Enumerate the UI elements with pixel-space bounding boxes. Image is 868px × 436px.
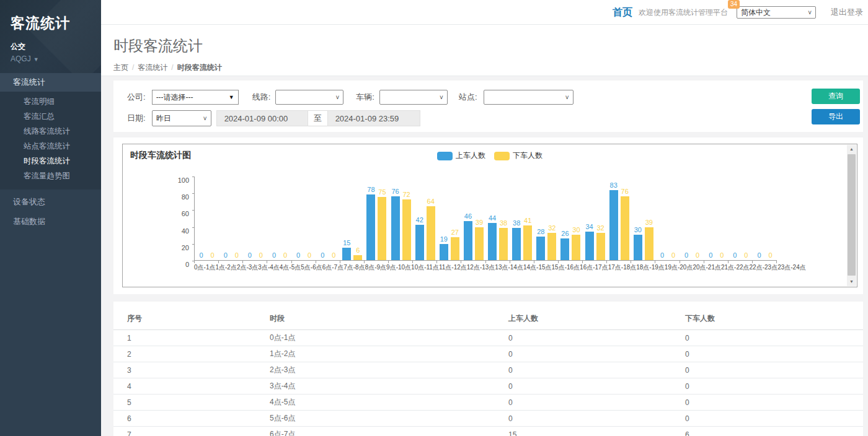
- sidebar-subitem-4[interactable]: 时段客流统计: [0, 154, 101, 168]
- sidebar-subitem-1[interactable]: 客流汇总: [0, 109, 101, 124]
- breadcrumb-home[interactable]: 主页: [113, 63, 128, 72]
- line-label: 线路:: [252, 92, 271, 103]
- bar-group: 00: [195, 177, 219, 260]
- bar: [488, 223, 497, 260]
- sidebar-header: 客流统计 公交 AQGJ▼: [0, 0, 101, 73]
- vehicle-select[interactable]: ˅: [379, 90, 448, 105]
- date-to-input[interactable]: 2024-01-09 23:59: [327, 110, 420, 126]
- x-axis-label: 17点-18点: [608, 263, 637, 272]
- bar-group: 2630: [559, 177, 583, 260]
- table-row: 32点-3点00: [113, 362, 863, 378]
- sidebar-subitem-2[interactable]: 线路客流统计: [0, 124, 101, 139]
- company-select[interactable]: ---请选择---▼: [152, 90, 239, 105]
- legend-swatch-icon: [437, 152, 453, 160]
- table-row: 54点-5点00: [113, 395, 863, 411]
- table-cell: 0点-1点: [270, 333, 508, 343]
- language-select[interactable]: 简体中文 ˅: [737, 6, 816, 19]
- sidebar: 客流统计 公交 AQGJ▼ 客流统计 客流明细客流汇总线路客流统计站点客流统计时…: [0, 0, 101, 436]
- chart-title: 时段车流统计图: [130, 150, 191, 161]
- chevron-down-icon: ˅: [203, 115, 207, 122]
- date-from-input[interactable]: 2024-01-09 00:00: [216, 110, 308, 126]
- x-axis-label: 6点-7点: [322, 263, 343, 272]
- x-axis-label: 9点-10点: [386, 263, 411, 272]
- bar: [536, 237, 545, 260]
- x-axis-label: 20点-21点: [693, 263, 721, 272]
- table-row: 21点-2点00: [113, 346, 863, 362]
- filter-panel: 公司: ---请选择---▼ 线路: ˅ 车辆: ˅ 站点: ˅ 日期: 昨日˅…: [113, 81, 863, 132]
- x-axis-label: 0点-1点: [194, 263, 215, 272]
- column-header: 时段: [270, 313, 508, 324]
- bar: [415, 225, 424, 260]
- table-header-row: 序号时段上车人数下车人数: [113, 308, 863, 330]
- bar-group: 00: [219, 177, 243, 260]
- legend-item[interactable]: 上车人数: [437, 150, 485, 161]
- sidebar-subitem-3[interactable]: 站点客流统计: [0, 139, 101, 154]
- bar-group: 00: [243, 177, 267, 260]
- table-cell: 6点-7点: [270, 429, 508, 436]
- chart-vertical-scrollbar[interactable]: ▲ ▼: [847, 145, 856, 286]
- date-preset-select[interactable]: 昨日˅: [152, 110, 211, 126]
- table-cell: 7: [127, 430, 270, 436]
- export-button[interactable]: 导出: [812, 109, 860, 124]
- bar-group: 4438: [486, 177, 510, 260]
- table-cell: 6: [127, 414, 270, 423]
- x-axis-label: 2点-3点: [237, 263, 258, 272]
- bar: [585, 232, 594, 260]
- column-header: 上车人数: [508, 313, 685, 324]
- legend-swatch-icon: [494, 152, 510, 160]
- scroll-up-icon[interactable]: ▲: [847, 145, 856, 154]
- table-cell: 0: [685, 350, 863, 359]
- bar-group: 00: [680, 177, 704, 260]
- table-cell: 5: [127, 398, 270, 407]
- page-title: 时段客流统计: [113, 36, 868, 56]
- table-cell: 0: [685, 382, 863, 391]
- bar-value-label: 0: [758, 251, 782, 259]
- sidebar-item-passenger-stats[interactable]: 客流统计: [0, 73, 101, 92]
- y-axis-tick-label: 0: [185, 261, 195, 268]
- x-axis-label: 23点-24点: [777, 263, 806, 272]
- home-link[interactable]: 首页: [613, 6, 632, 19]
- logout-link[interactable]: 退出登录: [831, 7, 863, 18]
- notification-badge: 34: [728, 0, 740, 9]
- x-axis-label: 8点-9点: [365, 263, 386, 272]
- table-row: 10点-1点00: [113, 330, 863, 346]
- table-cell: 0: [685, 414, 863, 423]
- chevron-down-icon: ˅: [440, 94, 443, 101]
- bar: [464, 221, 472, 260]
- line-select[interactable]: ˅: [275, 90, 343, 105]
- breadcrumb-parent[interactable]: 客流统计: [138, 63, 167, 72]
- x-axis-label: 5点-6点: [301, 263, 322, 272]
- station-select[interactable]: ˅: [484, 90, 574, 105]
- bar-group: 3039: [631, 177, 655, 260]
- bar: [596, 233, 605, 260]
- vehicle-label: 车辆:: [356, 92, 374, 103]
- table-cell: 0: [685, 334, 863, 342]
- scrollbar-thumb[interactable]: [848, 154, 856, 276]
- chart-x-axis-labels: 0点-1点1点-2点2点-3点3点-4点4点-5点5点-6点6点-7点7点-8点…: [194, 263, 777, 272]
- sidebar-subitem-5[interactable]: 客流量趋势图: [0, 168, 101, 183]
- org-code-dropdown[interactable]: AQGJ▼: [11, 54, 101, 63]
- bar-group: 3841: [510, 177, 534, 260]
- x-axis-label: 14点-15点: [523, 263, 552, 272]
- bar-group: 00: [704, 177, 728, 260]
- table-cell: 0: [508, 398, 685, 407]
- bar: [634, 235, 642, 260]
- date-label: 日期:: [127, 113, 146, 124]
- welcome-text: 欢迎使用客流统计管理平台: [639, 7, 728, 18]
- chevron-down-icon: ˅: [335, 94, 339, 101]
- sidebar-subitem-0[interactable]: 客流明细: [0, 94, 101, 109]
- bar: [451, 237, 459, 260]
- chart-container: 时段车流统计图 上车人数下车人数 00000000000015678757672…: [122, 144, 857, 287]
- bar: [378, 197, 386, 260]
- bar: [512, 228, 521, 260]
- table-cell: 0: [508, 414, 685, 423]
- scroll-down-icon[interactable]: ▼: [847, 277, 856, 286]
- table-cell: 4点-5点: [270, 397, 508, 408]
- sidebar-item-0[interactable]: 设备状态: [0, 192, 101, 212]
- table-cell: 0: [508, 382, 685, 391]
- query-button[interactable]: 查询: [812, 89, 860, 104]
- legend-item[interactable]: 下车人数: [494, 150, 542, 161]
- bar-group: 00: [292, 177, 316, 260]
- sidebar-item-1[interactable]: 基础数据: [0, 212, 101, 232]
- chart-plot-area: 0000000000001567875767242641927463944383…: [194, 177, 777, 261]
